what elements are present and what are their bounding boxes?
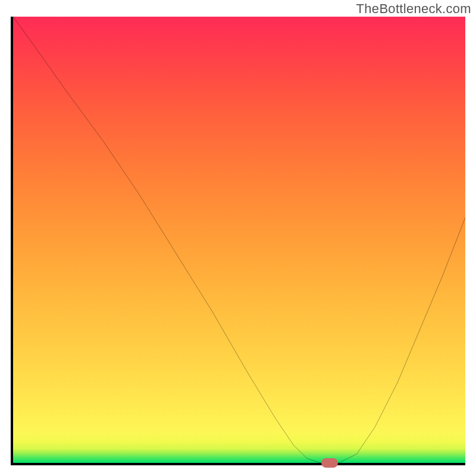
bottleneck-curve bbox=[13, 17, 465, 463]
chart-container: TheBottleneck.com bbox=[0, 0, 476, 476]
optimal-point-marker bbox=[321, 458, 338, 468]
watermark-text: TheBottleneck.com bbox=[356, 1, 471, 17]
plot-area bbox=[11, 17, 465, 465]
